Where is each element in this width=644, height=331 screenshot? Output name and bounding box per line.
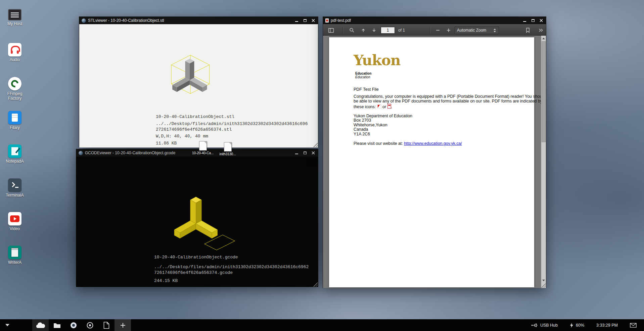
minus-icon xyxy=(435,28,440,33)
previous-page-button[interactable] xyxy=(360,27,367,34)
website-line: Please visit our website at: http://www.… xyxy=(354,141,462,146)
taskbar-app-folder[interactable] xyxy=(49,319,65,331)
stl-3d-viewport[interactable]: 10-20-40-CalibrationObject.stl ../../Des… xyxy=(79,24,318,148)
mail-status[interactable] xyxy=(630,323,637,328)
website-label: Please visit our website at: xyxy=(354,141,403,146)
gcode-3d-viewport[interactable]: 10-20-40-CalibrationObject.gcode ../../D… xyxy=(76,157,318,287)
pdf-window-titlebar[interactable]: pdf-test.pdf xyxy=(323,17,546,24)
zoom-select[interactable]: Automatic Zoom xyxy=(455,27,499,34)
logo-subtitle-en: Education xyxy=(355,72,371,75)
taskbar-app-pdfviewer[interactable] xyxy=(98,319,114,331)
find-button[interactable] xyxy=(349,27,355,34)
battery-status[interactable]: 60% xyxy=(570,323,584,328)
maximize-button[interactable] xyxy=(531,18,535,23)
desktop-file-shortcut[interactable]: inith3130... xyxy=(217,142,238,156)
clock[interactable]: 3:33:29 PM xyxy=(596,323,618,328)
desktop-icon-label: TerminalA xyxy=(3,193,26,198)
taskbar-expand-chevron[interactable] xyxy=(5,324,9,326)
computer-icon xyxy=(8,9,21,20)
minimize-button[interactable] xyxy=(294,151,299,155)
taskbar-apps xyxy=(32,319,131,331)
desktop-icon-filary[interactable]: Filary xyxy=(3,111,26,130)
clock-text: 3:33:29 PM xyxy=(596,323,618,328)
desktop-icon-label: NotepadA xyxy=(3,159,26,164)
taskbar-status-area: USB Hub 60% 3:33:29 PM xyxy=(531,319,637,331)
bookmark-icon xyxy=(525,28,530,33)
pdf-viewer-window: pdf-test.pdf of 1 xyxy=(323,16,546,288)
taskbar-app-files[interactable] xyxy=(32,319,49,331)
cloud-icon xyxy=(36,322,46,329)
zoom-in-button[interactable] xyxy=(445,27,452,34)
desktop-file-shortcut[interactable]: 10-20-40-Ca... xyxy=(192,141,214,155)
resize-grip[interactable] xyxy=(313,282,318,287)
desktop-icon-label: WriterA xyxy=(3,260,26,265)
new-app-button[interactable] xyxy=(114,319,131,331)
address-line: Y1A 2C6 xyxy=(354,132,412,136)
usb-label: USB Hub xyxy=(540,323,558,328)
maximize-button[interactable] xyxy=(303,151,307,155)
file-manager-icon xyxy=(8,111,21,124)
scrollbar-thumb[interactable] xyxy=(542,41,546,142)
scroll-up-button[interactable] xyxy=(541,36,546,41)
website-link[interactable]: http://www.education.gov.yk.ca/ xyxy=(404,141,462,146)
or-text: or xyxy=(382,105,386,109)
resize-grip[interactable] xyxy=(313,142,318,147)
gcodeviewer-app-icon xyxy=(86,322,94,329)
gcode-filesize: 244.15 KB xyxy=(154,278,178,283)
minimize-button[interactable] xyxy=(522,18,527,23)
more-tools-button[interactable] xyxy=(537,27,544,34)
next-page-button[interactable] xyxy=(371,27,377,34)
file-label: inith3130... xyxy=(217,152,238,156)
close-button[interactable] xyxy=(539,18,544,23)
zoom-out-button[interactable] xyxy=(434,27,441,34)
usb-icon xyxy=(531,323,538,328)
bookmark-button[interactable] xyxy=(524,27,531,34)
desktop-icon-audio[interactable]: Audio xyxy=(3,43,26,63)
stl-window-titlebar[interactable]: STLviewer - 10-20-40-CalibrationObject.s… xyxy=(79,17,318,24)
headphones-icon xyxy=(8,43,21,56)
file-icon xyxy=(199,141,207,151)
scroll-down-button[interactable] xyxy=(541,278,546,283)
triangle-down-icon xyxy=(542,280,545,281)
toolbar-separator xyxy=(342,27,343,34)
pdf-app-icon xyxy=(325,18,329,23)
desktop-icon-label: FFmpeg Factory xyxy=(3,92,26,101)
yukon-logo: Yukon xyxy=(354,53,401,68)
pdf-form-icon xyxy=(387,104,391,109)
pdf-page: Yukon Education Éducation PDF Test File … xyxy=(329,37,534,287)
battery-percent: 60% xyxy=(576,323,584,328)
sidebar-toggle-button[interactable] xyxy=(328,27,334,34)
page-number-input[interactable] xyxy=(381,27,395,34)
desktop-icon-video[interactable]: Video xyxy=(3,212,26,232)
taskbar-app-stlviewer[interactable] xyxy=(65,319,82,331)
gcodeviewer-app-icon xyxy=(79,151,83,155)
desktop-icon-writera[interactable]: WriterA xyxy=(3,246,26,265)
minimize-button[interactable] xyxy=(294,18,299,23)
window-title: STLviewer - 10-20-40-CalibrationObject.s… xyxy=(88,18,164,23)
address-line: Whitehorse,Yukon xyxy=(354,123,412,127)
desktop-icon-my-host[interactable]: My Host xyxy=(3,9,26,27)
folder-icon xyxy=(53,322,61,328)
desktop-icon-label: My Host xyxy=(3,22,26,27)
double-chevron-icon xyxy=(538,28,544,33)
address-line: Box 2703 xyxy=(354,118,412,123)
address-line: Canada xyxy=(354,127,412,132)
gcode-filename: 10-20-40-CalibrationObject.gcode xyxy=(154,255,238,260)
gcode-model-render xyxy=(158,181,236,254)
usb-status[interactable]: USB Hub xyxy=(531,323,558,328)
desktop-icon-notepada[interactable]: NotepadA xyxy=(3,144,26,164)
stl-model-render xyxy=(159,46,222,105)
notepad-icon xyxy=(8,144,21,158)
document-heading: PDF Test File xyxy=(354,87,379,92)
maximize-button[interactable] xyxy=(303,18,307,23)
taskbar-app-gcodeviewer[interactable] xyxy=(82,319,98,331)
desktop-icon-ffmpeg-factory[interactable]: FFmpeg Factory xyxy=(3,77,26,101)
address-block: Yukon Department of Education Box 2703 W… xyxy=(354,114,412,136)
close-icon xyxy=(312,19,315,22)
close-button[interactable] xyxy=(311,18,316,23)
stlviewer-app-icon xyxy=(70,322,77,329)
sidebar-toggle-icon xyxy=(328,28,334,33)
pdf-scrollbar[interactable] xyxy=(541,36,546,288)
desktop-icon-terminala[interactable]: TerminalA xyxy=(3,178,26,198)
close-button[interactable] xyxy=(311,151,316,155)
